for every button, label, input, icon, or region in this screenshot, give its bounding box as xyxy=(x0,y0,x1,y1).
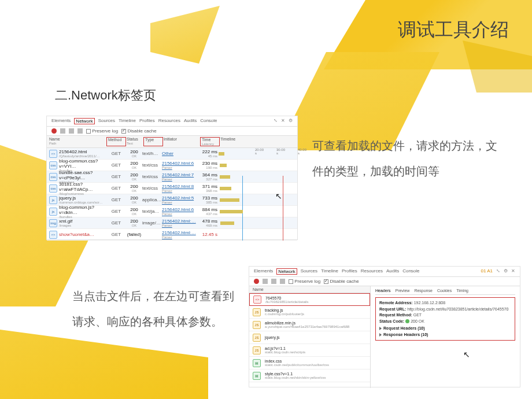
js-file-icon: JS xyxy=(253,321,261,329)
disable-cache-checkbox xyxy=(121,129,126,134)
devtools-tab-profiles: Profiles xyxy=(139,118,155,124)
description-right: 可查看加载的文件，请求的方法，文件的类型，加载的时间等 xyxy=(312,133,497,184)
network-row: jsblog-common.js?v=dkIn…/bundlesGET200OK… xyxy=(47,206,297,217)
devtools-tab-audits: Audits xyxy=(184,118,197,124)
clear-icon xyxy=(263,279,268,284)
close-icon: ✕ xyxy=(511,268,515,274)
js-file-icon: JS xyxy=(253,334,261,342)
file-type-icon: <> xyxy=(49,231,57,239)
file-row: JSalimobilize.min.jsa.yunshipei.com/46aa… xyxy=(249,319,370,331)
disable-cache-checkbox xyxy=(324,279,328,284)
preserve-log-checkbox xyxy=(289,279,293,284)
detail-tab-preview: Preview xyxy=(395,289,409,293)
cursor-icon: ↖ xyxy=(275,191,282,201)
file-type-icon: css xyxy=(49,184,57,193)
devtools-tab-resources: Resources xyxy=(361,268,383,275)
devtools-window-icons: ⤡ ✕ ⚙ xyxy=(274,118,293,123)
js-file-icon: JS xyxy=(253,308,261,316)
warning-badge: 01 A1 xyxy=(481,268,493,274)
css-file-icon: ▤ xyxy=(253,359,261,367)
devtools-tab-console: Console xyxy=(402,268,419,275)
cursor-icon: ↖ xyxy=(463,350,470,359)
disable-cache-label: Disable cache xyxy=(127,128,156,134)
view-icon xyxy=(280,279,285,284)
record-icon xyxy=(254,279,259,284)
devtools-tab-profiles: Profiles xyxy=(342,268,357,275)
column-method: Method xyxy=(106,137,126,146)
file-list-header: Name xyxy=(249,286,370,293)
devtools-tab-network: Network xyxy=(276,268,297,275)
filter-icon xyxy=(69,128,74,134)
detail-tab-cookies: Cookies xyxy=(437,289,452,293)
file-type-icon: <> xyxy=(49,150,57,158)
devtools-tab-timeline: Timeline xyxy=(321,268,338,275)
network-columns-header: NamePath Method StatusText Type Initiato… xyxy=(47,136,297,148)
network-row: imgxml.gif/imagesGET200OKimage/…2156402.… xyxy=(47,217,297,229)
view-icon xyxy=(77,128,83,134)
section-heading: 二.Network标签页 xyxy=(55,87,156,104)
devtools-tab-elements: Elements xyxy=(254,268,273,275)
detail-tabs: HeadersPreviewResponseCookiesTiming xyxy=(375,289,515,295)
file-type-icon: css xyxy=(49,161,57,169)
detail-tab-response: Response xyxy=(414,289,433,293)
devtools-network-screenshot: ElementsNetworkSourcesTimelineProfilesRe… xyxy=(46,116,298,240)
devtools-toolbar: Preserve log Disable cache xyxy=(47,127,297,136)
devtools-headers-screenshot: ElementsNetworkSourcesTimelineProfilesRe… xyxy=(249,266,520,387)
file-type-icon: css xyxy=(49,173,57,181)
file-list: Name <> 7645570/liu703823851/article/det… xyxy=(249,286,371,388)
description-left: 当点击文件后，在左边可查看到请求、响应的各种具体参数。 xyxy=(72,283,240,334)
devtools-tabs: ElementsNetworkSourcesTimelineProfilesRe… xyxy=(47,116,297,127)
js-file-icon: JS xyxy=(253,346,261,354)
gear-icon: ⚙ xyxy=(504,268,508,274)
devtools-window-icons: 01 A1 ⤡ ⚙ ✕ xyxy=(481,268,515,274)
expand-triangle-icon xyxy=(379,327,382,330)
status-ok-icon xyxy=(405,319,409,323)
slide-title: 调试工具介绍 xyxy=(398,17,509,43)
devtools-tab-elements: Elements xyxy=(51,118,71,124)
preserve-log-label: Preserve log xyxy=(294,279,320,284)
css-file-icon: ▤ xyxy=(253,372,261,380)
file-type-icon: js xyxy=(49,196,57,204)
expand-icon: ⤡ xyxy=(496,268,500,274)
column-time: Time xyxy=(202,138,210,142)
devtools-tabs: ElementsNetworkSourcesTimelineProfilesRe… xyxy=(249,267,520,277)
detail-tab-headers: Headers xyxy=(375,289,390,293)
devtools-tab-sources: Sources xyxy=(98,118,115,124)
file-row: JSad.js?v=1.1static.blog.csdn.net/script… xyxy=(249,344,370,357)
devtools-tab-audits: Audits xyxy=(386,268,399,275)
file-type-icon: img xyxy=(49,219,57,227)
filter-icon xyxy=(271,279,276,284)
file-row: ▤style.css?v=1.1static.blog.csdn.net/ski… xyxy=(249,370,370,382)
network-row: css30181.css?v=aiwFTdACp…/blog/customcss… xyxy=(47,183,297,194)
gear-icon: ⚙ xyxy=(289,118,293,123)
clear-icon xyxy=(60,128,65,134)
preserve-log-label: Preserve log xyxy=(92,128,118,134)
devtools-toolbar: Preserve log Disable cache xyxy=(249,277,520,286)
preserve-log-checkbox xyxy=(86,129,91,134)
headers-box: Remote Address: 192.168.12.2:808 Request… xyxy=(375,297,515,341)
file-row-selected: <> 7645570/liu703823851/article/details xyxy=(249,293,370,306)
record-icon xyxy=(51,128,57,134)
html-file-icon: <> xyxy=(253,295,261,304)
network-row: <>show?uonet&a…GET(failed)2156402.html:…… xyxy=(47,229,297,241)
file-type-icon: js xyxy=(49,208,57,216)
network-rows: 20.00 s30.00 s40.00 s <>2156402.html/Q/l… xyxy=(47,148,297,241)
file-row: JStracking.jsc.csdnimg.cn/pubfooter/js xyxy=(249,306,370,319)
devtools-tab-resources: Resources xyxy=(158,118,180,124)
file-row: ▤index.cssstatic.csdn.net/public/common/… xyxy=(249,357,370,370)
devtools-tab-timeline: Timeline xyxy=(119,118,136,124)
detail-tab-timing: Timing xyxy=(456,289,468,293)
disable-cache-label: Disable cache xyxy=(330,279,359,284)
expand-icon: ⤡ xyxy=(274,118,278,123)
close-icon: ✕ xyxy=(281,118,285,123)
devtools-tab-network: Network xyxy=(74,118,94,124)
detail-panel: HeadersPreviewResponseCookiesTiming Remo… xyxy=(371,286,520,388)
file-row: JSjquery.js xyxy=(249,331,370,344)
expand-triangle-icon xyxy=(379,333,382,337)
devtools-tab-console: Console xyxy=(200,118,217,124)
column-type: Type xyxy=(143,137,163,146)
devtools-tab-sources: Sources xyxy=(301,268,317,275)
